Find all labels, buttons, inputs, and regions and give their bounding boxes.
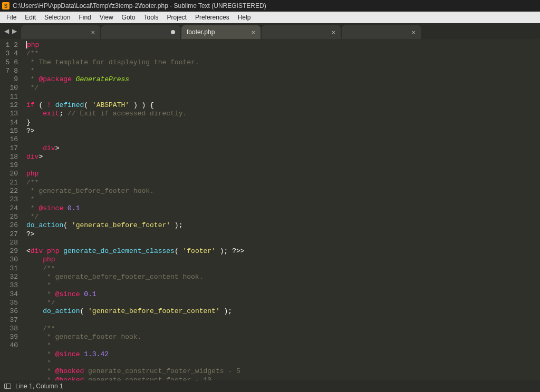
menu-help[interactable]: Help bbox=[234, 13, 255, 22]
title-bar: S C:\Users\HP\AppData\Local\Temp\fz3temp… bbox=[0, 0, 540, 12]
code-content[interactable]: php/** * The template for displaying the… bbox=[23, 39, 519, 380]
tab-1[interactable]: × bbox=[21, 25, 100, 39]
tab-5[interactable]: × bbox=[342, 25, 421, 39]
menu-view[interactable]: View bbox=[95, 13, 118, 22]
menu-bar: File Edit Selection Find View Goto Tools… bbox=[0, 12, 540, 23]
menu-goto[interactable]: Goto bbox=[118, 13, 140, 22]
history-back-icon[interactable]: ◀ bbox=[4, 27, 9, 35]
menu-file[interactable]: File bbox=[2, 13, 21, 22]
history-forward-icon[interactable]: ▶ bbox=[12, 27, 17, 35]
tab-2[interactable] bbox=[101, 25, 180, 39]
panel-switcher-icon[interactable] bbox=[4, 384, 11, 389]
tab-strip: ◀ ▶ × footer.php × × × bbox=[0, 23, 540, 39]
window-title: C:\Users\HP\AppData\Local\Temp\fz3temp-2… bbox=[13, 2, 266, 9]
status-line-column: Line 1, Column 1 bbox=[15, 383, 63, 390]
menu-tools[interactable]: Tools bbox=[140, 13, 163, 22]
minimap[interactable] bbox=[519, 39, 540, 380]
close-icon[interactable]: × bbox=[251, 28, 255, 36]
menu-find[interactable]: Find bbox=[74, 13, 95, 22]
app-icon: S bbox=[2, 2, 9, 9]
line-number-gutter: 1 2 3 4 5 6 7 8 9 10 11 12 13 14 15 16 1… bbox=[0, 39, 23, 380]
tab-4[interactable]: × bbox=[262, 25, 341, 39]
menu-project[interactable]: Project bbox=[163, 13, 191, 22]
tab-footer-php[interactable]: footer.php × bbox=[181, 25, 261, 39]
menu-edit[interactable]: Edit bbox=[21, 13, 40, 22]
close-icon[interactable]: × bbox=[411, 28, 416, 36]
tab-label: footer.php bbox=[187, 28, 215, 36]
dirty-indicator-icon bbox=[171, 30, 175, 34]
menu-selection[interactable]: Selection bbox=[40, 13, 74, 22]
close-icon[interactable]: × bbox=[91, 28, 95, 36]
status-bar: Line 1, Column 1 bbox=[0, 380, 540, 392]
editor[interactable]: 1 2 3 4 5 6 7 8 9 10 11 12 13 14 15 16 1… bbox=[0, 39, 540, 380]
close-icon[interactable]: × bbox=[331, 28, 335, 36]
menu-preferences[interactable]: Preferences bbox=[191, 13, 234, 22]
